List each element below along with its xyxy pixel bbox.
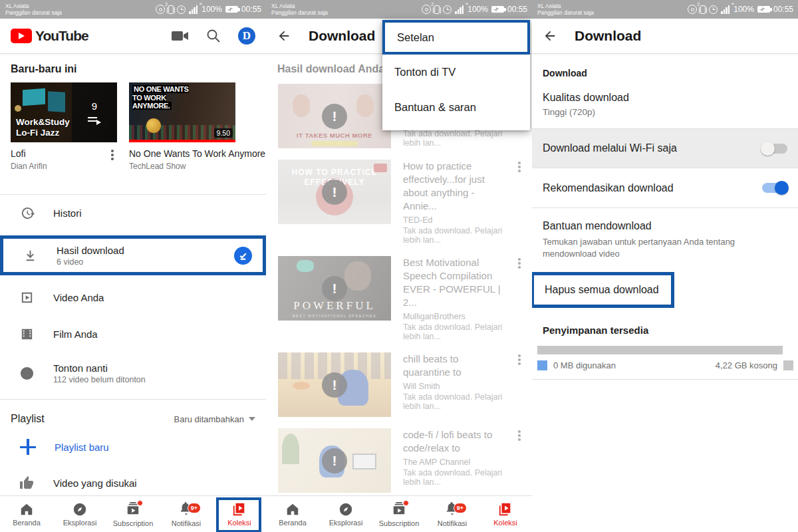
battery-percent: 100%	[201, 5, 222, 14]
youtube-play-icon	[11, 29, 32, 43]
download-quality-setting[interactable]: Kualitas download Tinggi (720p)	[543, 92, 787, 117]
nav-explore[interactable]: Eksplorasi	[53, 496, 106, 532]
history-icon	[19, 205, 35, 221]
menu-item-watch-later[interactable]: Tonton nanti 112 video belum ditonton	[0, 352, 266, 394]
kebab-menu-icon[interactable]	[108, 148, 117, 171]
wifi-only-toggle-off[interactable]	[762, 144, 787, 154]
video-card-no-one-wants[interactable]: NO ONE WANTS TO WORK ANYMORE. 9.50 No On…	[129, 82, 266, 184]
back-arrow-icon[interactable]	[543, 29, 557, 43]
kebab-menu-icon[interactable]	[515, 428, 524, 493]
divider	[532, 207, 798, 208]
battery-percent: 100%	[467, 5, 488, 14]
download-status: Tak ada download. Pelajari lebih lan...	[403, 392, 504, 411]
menu-item-help-feedback[interactable]: Bantuan & saran	[382, 90, 530, 125]
video-thumbnail[interactable]: HOW TO PRACTICE EFFECTIVELY	[278, 160, 391, 224]
nav-subscriptions[interactable]: Subscription	[106, 496, 160, 532]
films-icon	[19, 327, 35, 342]
wifi-calling-icon	[156, 5, 165, 14]
video-thumbnail[interactable]: POWERFUL BEST MOTIVATIONAL SPEECHES	[278, 256, 391, 321]
video-thumbnail[interactable]	[278, 352, 391, 417]
nav-library[interactable]: Koleksi	[213, 496, 266, 532]
back-arrow-icon[interactable]	[277, 29, 291, 43]
nav-notifications[interactable]: 9+ Notifikasi	[426, 496, 479, 532]
video-title[interactable]: Lofi	[11, 148, 108, 160]
liked-videos-item[interactable]: Video yang disukai	[0, 467, 266, 498]
clock-time: 00:55	[773, 5, 793, 14]
nav-subscriptions[interactable]: Subscription	[372, 496, 426, 532]
panel-library: XL Axiata Panggilan darurat saja 100% 00…	[0, 0, 266, 532]
storage-legend: 0 MB digunakan 4,22 GB kosong	[537, 360, 793, 370]
explore-compass-icon	[338, 502, 353, 517]
nav-home[interactable]: Beranda	[266, 496, 319, 532]
video-channel: TED-Ed	[403, 215, 504, 225]
downloaded-check-icon	[234, 247, 252, 265]
menu-item-settings[interactable]: Setelan	[385, 23, 527, 52]
new-playlist-button[interactable]: Playlist baru	[0, 426, 266, 467]
alarm-icon	[443, 5, 452, 14]
download-row[interactable]: code-fi / lofi beats to code/relax to Th…	[266, 428, 532, 493]
page-title: Download	[309, 28, 375, 44]
youtube-wordmark: YouTube	[35, 28, 88, 44]
search-icon[interactable]	[206, 29, 221, 43]
no-one-wants-thumbnail[interactable]: NO ONE WANTS TO WORK ANYMORE. 9.50	[129, 82, 235, 142]
camera-icon[interactable]	[172, 30, 189, 42]
kebab-menu-icon[interactable]	[515, 352, 524, 417]
nav-notifications[interactable]: 9+ Notifikasi	[160, 496, 213, 532]
library-icon	[498, 502, 513, 517]
download-help-setting[interactable]: Bantuan mendownload Temukan jawaban untu…	[543, 220, 787, 260]
battery-icon	[225, 6, 238, 13]
youtube-logo[interactable]: YouTube	[11, 28, 88, 44]
new-content-dot	[137, 500, 143, 506]
nav-explore[interactable]: Eksplorasi	[319, 496, 372, 532]
used-storage-swatch	[537, 360, 547, 370]
composite-screenshot: XL Axiata Panggilan darurat saja 100% 00…	[0, 0, 798, 532]
carrier-name: XL Axiata	[537, 3, 594, 9]
nav-library[interactable]: Koleksi	[479, 496, 532, 532]
wifi-only-setting[interactable]: Download melalui Wi-Fi saja	[532, 129, 798, 168]
video-title: Best Motivational Speech Compilation EVE…	[403, 256, 504, 309]
kebab-menu-icon[interactable]	[515, 256, 524, 341]
signal-icon	[721, 5, 730, 14]
download-row[interactable]: HOW TO PRACTICE EFFECTIVELY How to pract…	[266, 160, 532, 245]
status-bar: XL Axiata Panggilan darurat saja 100% 00…	[266, 0, 532, 19]
menu-item-downloads[interactable]: Hasil download 6 video	[3, 239, 263, 272]
chevron-down-icon	[249, 417, 255, 421]
video-card-lofi[interactable]: Work&Study Lo-Fi Jazz 9 Lofi Dian Arifin	[11, 82, 117, 184]
download-icon	[22, 247, 38, 263]
playlist-sort-dropdown[interactable]: Baru ditambahkan	[174, 414, 255, 424]
quality-value: Tinggi (720p)	[543, 107, 787, 117]
watch-progress-bar	[129, 140, 235, 142]
menu-item-your-videos[interactable]: Video Anda	[0, 279, 266, 316]
menu-item-your-movies[interactable]: Film Anda	[0, 316, 266, 352]
nav-home[interactable]: Beranda	[0, 496, 53, 532]
storage-section-title: Penyimpanan tersedia	[543, 325, 787, 336]
playlist-count: 9	[92, 100, 97, 112]
carrier-subtext: Panggilan darurat saja	[537, 9, 594, 16]
divider	[532, 379, 798, 380]
bottom-navigation: Beranda Eksplorasi Subscription 9+ Notif…	[0, 495, 266, 532]
your-videos-icon	[19, 290, 35, 306]
divider	[0, 399, 266, 400]
download-row[interactable]: chill beats to quarantine to Will Smith …	[266, 352, 532, 417]
video-thumbnail[interactable]	[278, 428, 391, 493]
account-avatar[interactable]: D	[238, 27, 255, 45]
video-channel: The AMP Channel	[403, 458, 504, 467]
video-thumbnail[interactable]: IT TAKES MUCH MORE	[278, 84, 391, 148]
kebab-menu-icon[interactable]	[515, 160, 524, 245]
alarm-icon	[709, 5, 718, 14]
download-status: Tak ada download. Pelajari lebih lan...	[403, 129, 504, 148]
error-icon	[322, 180, 347, 205]
video-title[interactable]: No One Wants To Work Anymore... (cry...	[129, 148, 266, 160]
video-title: How to practice effectively...for just a…	[403, 160, 504, 213]
lofi-thumbnail[interactable]: Work&Study Lo-Fi Jazz 9	[11, 82, 117, 142]
recommend-downloads-setting[interactable]: Rekomendasikan download	[532, 168, 798, 207]
menu-item-watch-on-tv[interactable]: Tonton di TV	[382, 55, 530, 90]
video-channel: Will Smith	[403, 382, 504, 391]
panel-download-settings: XL Axiata Panggilan darurat saja 100% 00…	[532, 0, 798, 532]
download-row[interactable]: POWERFUL BEST MOTIVATIONAL SPEECHES Best…	[266, 256, 532, 341]
storage-free-label: 4,22 GB kosong	[716, 360, 777, 370]
delete-all-downloads-button[interactable]: Hapus semua download	[534, 275, 671, 305]
menu-item-history[interactable]: Histori	[0, 195, 266, 231]
recommend-toggle-on[interactable]	[762, 183, 787, 193]
status-bar: XL Axiata Panggilan darurat saja 100% 00…	[0, 0, 266, 19]
